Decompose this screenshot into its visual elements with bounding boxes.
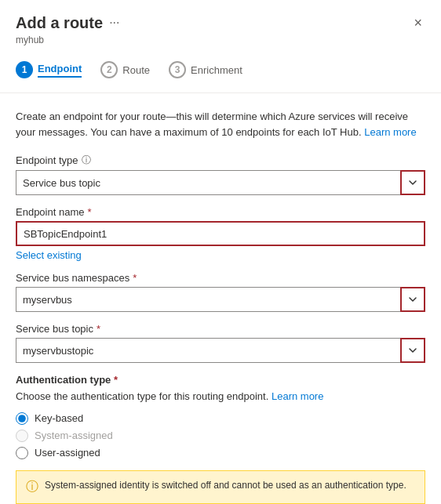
panel-subtitle: myhub [16,34,425,45]
panel-title: Add a route [16,14,103,32]
step-2-circle: 2 [100,61,118,78]
endpoint-type-field: Endpoint type ⓘ Service bus topicEvent H… [16,154,425,195]
step-3-circle: 3 [169,61,186,78]
steps-navigation: 1 Endpoint 2 Route 3 Enrichment [16,55,425,85]
step-1-circle: 1 [16,61,33,78]
radio-system-assigned-label: System-assigned [35,430,113,441]
radio-user-assigned-label: User-assigned [35,447,100,459]
radio-user-assigned[interactable]: User-assigned [16,447,425,459]
endpoint-name-field: Endpoint name * Select existing [16,206,425,261]
warning-text: System-assigned identity is switched off… [45,479,406,492]
learn-more-endpoint-link[interactable]: Learn more [364,126,416,138]
endpoint-type-select-wrapper: Service bus topicEvent HubsStorageServic… [16,170,425,195]
close-button[interactable]: × [410,13,425,33]
auth-type-section: Authentication type * Choose the authent… [16,374,425,459]
radio-user-assigned-input[interactable] [16,447,28,459]
service-bus-topic-select[interactable]: myservbustopic [16,338,425,363]
service-bus-namespaces-label: Service bus namespaces * [16,272,425,284]
endpoint-type-info-icon[interactable]: ⓘ [82,154,91,167]
service-bus-namespaces-select[interactable]: myservbus [16,287,425,312]
add-route-panel: Add a route ··· × myhub 1 Endpoint 2 Rou… [0,0,441,504]
service-bus-topic-select-wrapper: myservbustopic [16,338,425,363]
radio-key-based-input[interactable] [16,412,28,425]
endpoint-name-label: Endpoint name * [16,206,425,218]
radio-system-assigned: System-assigned [16,430,425,442]
panel-header: Add a route ··· × myhub 1 Endpoint 2 Rou… [0,0,441,93]
title-row: Add a route ··· × [16,13,425,33]
service-bus-topic-label: Service bus topic * [16,323,425,335]
description-text: Create an endpoint for your route—this w… [16,109,425,140]
step-endpoint[interactable]: 1 Endpoint [16,55,82,85]
endpoint-type-label: Endpoint type ⓘ [16,154,425,167]
auth-section-title: Authentication type * [16,374,425,386]
service-bus-namespaces-field: Service bus namespaces * myservbus [16,272,425,312]
sbt-required: * [97,323,100,335]
radio-system-assigned-input [16,430,28,442]
warning-icon: ⓘ [26,479,38,495]
step-1-label: Endpoint [38,63,82,78]
step-3-label: Enrichment [191,64,242,76]
panel-body: Create an endpoint for your route—this w… [0,93,441,504]
auth-description: Choose the authentication type for this … [16,389,425,404]
service-bus-topic-field: Service bus topic * myservbustopic [16,323,425,363]
auth-required-marker: * [114,374,118,386]
endpoint-name-input[interactable] [16,221,425,246]
service-bus-namespaces-select-wrapper: myservbus [16,287,425,312]
select-existing-link[interactable]: Select existing [16,249,82,261]
radio-key-based[interactable]: Key-based [16,412,425,425]
step-enrichment[interactable]: 3 Enrichment [169,55,242,85]
auth-radio-group: Key-based System-assigned User-assigned [16,412,425,459]
endpoint-name-required: * [87,206,91,218]
step-2-label: Route [122,64,150,76]
auth-learn-more-link[interactable]: Learn more [272,390,323,402]
warning-banner: ⓘ System-assigned identity is switched o… [16,470,425,504]
radio-key-based-label: Key-based [35,412,83,424]
endpoint-type-select[interactable]: Service bus topicEvent HubsStorageServic… [16,170,425,195]
ellipsis-menu[interactable]: ··· [109,16,119,30]
sbn-required: * [133,272,137,284]
step-route[interactable]: 2 Route [100,55,150,85]
